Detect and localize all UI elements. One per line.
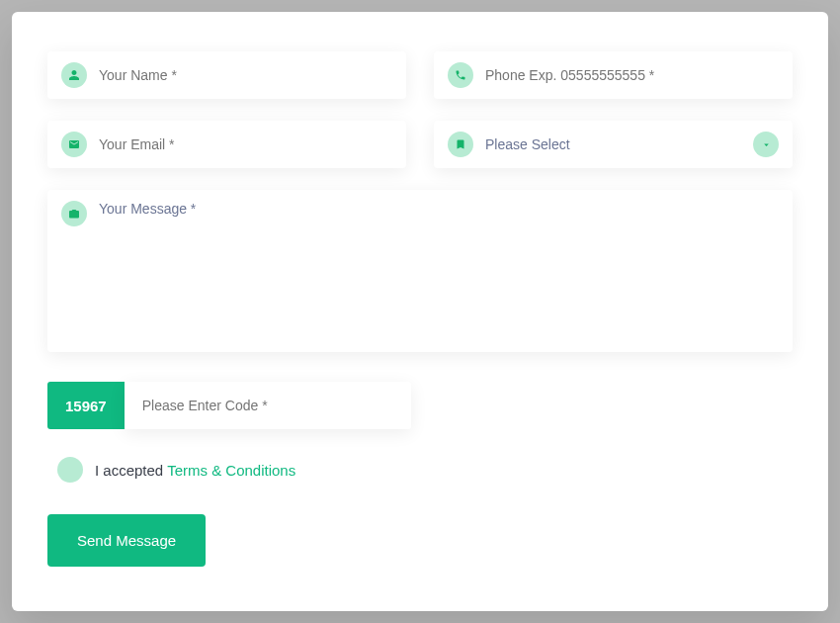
captcha-code: 15967 <box>47 382 125 429</box>
consent-row: I accepted Terms & Conditions <box>47 457 793 483</box>
captcha-input[interactable] <box>142 398 393 413</box>
phone-icon <box>448 62 473 88</box>
camera-icon <box>61 201 87 226</box>
select-field[interactable]: Please Select <box>434 121 793 168</box>
select-placeholder: Please Select <box>485 136 753 152</box>
email-input[interactable] <box>99 136 392 152</box>
submit-button[interactable]: Send Message <box>47 514 206 567</box>
contact-form-card: Please Select Your Message * 15967 I acc… <box>12 12 828 611</box>
phone-input[interactable] <box>485 67 779 83</box>
message-field[interactable]: Your Message * <box>47 190 793 352</box>
consent-checkbox[interactable] <box>57 457 83 483</box>
terms-link[interactable]: Terms & Conditions <box>167 462 295 479</box>
person-icon <box>61 62 87 88</box>
message-placeholder: Your Message * <box>99 201 779 217</box>
consent-text: I accepted Terms & Conditions <box>95 462 295 479</box>
chevron-down-icon <box>753 132 779 157</box>
consent-prefix: I accepted <box>95 462 167 479</box>
name-field[interactable] <box>47 51 406 99</box>
mail-icon <box>61 132 87 157</box>
captcha-row: 15967 <box>47 382 793 429</box>
bookmark-icon <box>448 132 473 157</box>
captcha-field[interactable] <box>125 382 411 429</box>
name-input[interactable] <box>99 67 392 83</box>
email-field[interactable] <box>47 121 406 168</box>
phone-field[interactable] <box>434 51 793 99</box>
